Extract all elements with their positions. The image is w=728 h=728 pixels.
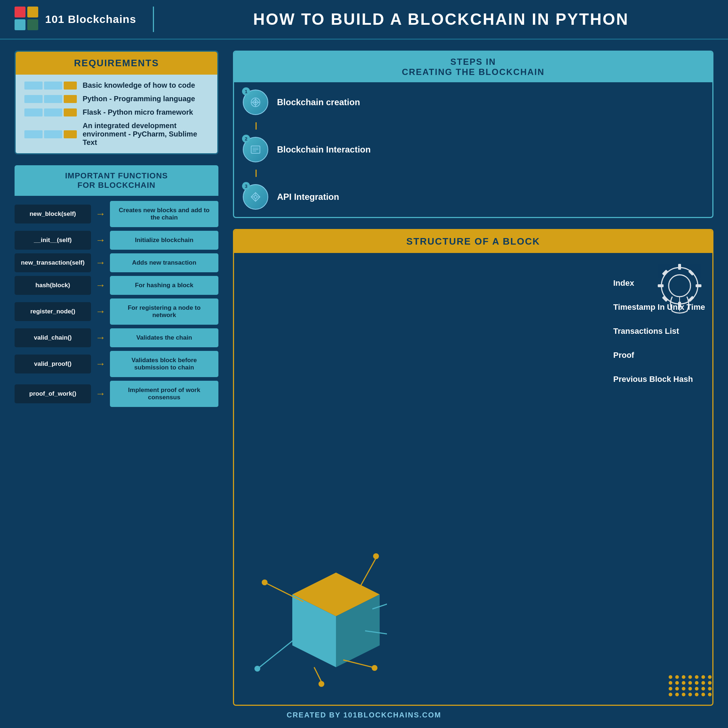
steps-content: 1 Blockchain creation bbox=[234, 82, 712, 217]
svg-rect-1 bbox=[27, 6, 38, 17]
block-labels: Index Timestamp In Unix Time Transaction… bbox=[613, 278, 705, 384]
req-bar-4 bbox=[24, 130, 77, 138]
func-name-5: valid_chain() bbox=[15, 328, 91, 347]
arrow-icon-1: → bbox=[95, 234, 106, 246]
req-bar-1 bbox=[24, 81, 77, 90]
req-text-3: Flask - Python micro framework bbox=[83, 108, 193, 116]
steps-title-line2: CREATING THE BLOCKCHAIN bbox=[243, 67, 704, 77]
logo-text: 101 Blockchains bbox=[45, 13, 136, 26]
step-connector-0 bbox=[255, 122, 257, 130]
svg-point-48 bbox=[262, 580, 268, 585]
block-label-timestamp: Timestamp In Unix Time bbox=[613, 303, 705, 312]
func-name-1: __init__(self) bbox=[15, 231, 91, 250]
block-label-index: Index bbox=[613, 278, 705, 288]
svg-point-42 bbox=[372, 665, 378, 671]
bar-yellow3 bbox=[64, 109, 77, 116]
arrow-icon-6: → bbox=[95, 358, 106, 370]
func-row-2: new_transaction(self) → Adds new transac… bbox=[15, 253, 219, 272]
step-icon-2 bbox=[248, 190, 263, 204]
svg-line-35 bbox=[358, 558, 376, 591]
requirements-section: REQUIREMENTS Basic knowledge of how to c… bbox=[15, 50, 219, 154]
bar-yellow2 bbox=[64, 95, 77, 103]
arrow-icon-0: → bbox=[95, 208, 106, 220]
step-label-1: Blockchain Interaction bbox=[277, 145, 370, 155]
step-icon-0 bbox=[248, 95, 263, 110]
requirements-list: Basic knowledge of how to code Python - … bbox=[16, 75, 217, 153]
func-row-7: proof_of_work() → Implement proof of wor… bbox=[15, 381, 219, 407]
svg-line-45 bbox=[260, 638, 296, 667]
func-name-7: proof_of_work() bbox=[15, 384, 91, 403]
step-item-1: 2 Blockchain Interaction bbox=[243, 137, 704, 162]
svg-rect-3 bbox=[27, 19, 38, 30]
func-desc-0: Creates new blocks and add to the chain bbox=[110, 201, 219, 227]
func-desc-5: Validates the chain bbox=[110, 328, 219, 347]
req-text-1: Basic knowledge of how to code bbox=[83, 81, 195, 90]
logo-icon bbox=[15, 6, 40, 32]
step-label-2: API Integration bbox=[277, 192, 339, 202]
func-desc-4: For registering a node to network bbox=[110, 298, 219, 325]
functions-title-line2: FOR BLOCKCHAIN bbox=[23, 180, 210, 190]
block-label-prevhash: Previous Block Hash bbox=[613, 375, 705, 384]
requirements-header: REQUIREMENTS bbox=[16, 52, 217, 75]
func-row-4: register_node() → For registering a node… bbox=[15, 298, 219, 325]
footer: CREATED BY 101BLOCKCHAINS.COM bbox=[0, 706, 728, 724]
bar-blue4 bbox=[44, 95, 62, 103]
bar-blue7 bbox=[24, 130, 43, 138]
structure-header: STRUCTURE OF A BLOCK bbox=[234, 230, 712, 253]
func-desc-2: Adds new transaction bbox=[110, 253, 219, 272]
func-row-6: valid_proof() → Validates block before s… bbox=[15, 351, 219, 377]
func-name-4: register_node() bbox=[15, 302, 91, 321]
svg-line-41 bbox=[343, 660, 372, 667]
func-row-3: hash(block) → For hashing a block bbox=[15, 276, 219, 295]
svg-point-16 bbox=[254, 196, 257, 198]
req-item-4: An integrated development environment - … bbox=[24, 122, 209, 147]
step-num-2: 3 bbox=[242, 182, 250, 190]
func-name-6: valid_proof() bbox=[15, 355, 91, 373]
right-column: STEPS IN CREATING THE BLOCKCHAIN 1 bbox=[219, 50, 713, 706]
functions-list: new_block(self) → Creates new blocks and… bbox=[15, 196, 219, 412]
svg-point-36 bbox=[373, 553, 379, 559]
req-text-4: An integrated development environment - … bbox=[83, 122, 209, 147]
step-item-2: 3 API Integration bbox=[243, 184, 704, 210]
block-3d-svg bbox=[249, 536, 387, 689]
requirements-title: REQUIREMENTS bbox=[74, 58, 159, 69]
steps-header: STEPS IN CREATING THE BLOCKCHAIN bbox=[234, 52, 712, 82]
req-text-2: Python - Programming language bbox=[83, 95, 195, 103]
footer-text: CREATED BY 101BLOCKCHAINS.COM bbox=[286, 711, 441, 719]
logo-area: 101 Blockchains bbox=[15, 6, 138, 32]
step-circle-0: 1 bbox=[243, 90, 268, 115]
step-num-0: 1 bbox=[242, 87, 250, 95]
structure-section: STRUCTURE OF A BLOCK bbox=[233, 229, 713, 706]
req-bar-3 bbox=[24, 109, 77, 116]
steps-title-line1: STEPS IN bbox=[243, 57, 704, 67]
func-name-0: new_block(self) bbox=[15, 205, 91, 223]
step-item-0: 1 Blockchain creation bbox=[243, 90, 704, 115]
req-item-2: Python - Programming language bbox=[24, 95, 209, 103]
func-desc-7: Implement proof of work consensus bbox=[110, 381, 219, 407]
steps-section: STEPS IN CREATING THE BLOCKCHAIN 1 bbox=[233, 50, 713, 218]
svg-rect-2 bbox=[15, 19, 26, 30]
req-bar-2 bbox=[24, 95, 77, 103]
main-content: REQUIREMENTS Basic knowledge of how to c… bbox=[0, 40, 728, 706]
arrow-icon-7: → bbox=[95, 388, 106, 400]
svg-line-43 bbox=[314, 667, 321, 682]
func-desc-1: Initialize blockchain bbox=[110, 231, 219, 250]
svg-rect-0 bbox=[15, 6, 26, 17]
arrow-icon-3: → bbox=[95, 280, 106, 291]
step-icon-1 bbox=[248, 142, 263, 157]
bar-blue6 bbox=[44, 109, 62, 116]
bar-blue5 bbox=[24, 109, 43, 116]
arrow-icon-4: → bbox=[95, 306, 106, 317]
svg-point-44 bbox=[318, 681, 324, 687]
req-item-1: Basic knowledge of how to code bbox=[24, 81, 209, 90]
dots-decoration bbox=[669, 675, 712, 696]
left-column: REQUIREMENTS Basic knowledge of how to c… bbox=[15, 50, 219, 706]
bar-blue2 bbox=[44, 81, 62, 90]
arrow-icon-5: → bbox=[95, 332, 106, 344]
step-circle-2: 3 bbox=[243, 184, 268, 210]
arrow-icon-2: → bbox=[95, 257, 106, 269]
bar-blue3 bbox=[24, 95, 43, 103]
svg-rect-23 bbox=[678, 264, 681, 270]
header-divider bbox=[153, 6, 154, 32]
functions-section: IMPORTANT FUNCTIONS FOR BLOCKCHAIN new_b… bbox=[15, 165, 219, 706]
